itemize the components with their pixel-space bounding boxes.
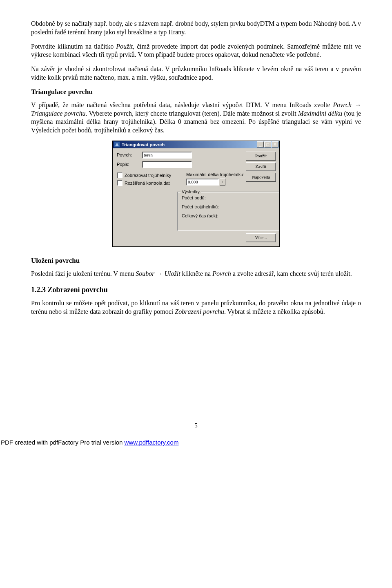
text: . Vyberete povrch, který chcete triangul… <box>85 110 298 117</box>
paragraph: V případě, že máte načtená všechna potře… <box>31 101 361 135</box>
results-fieldset: Výsledky Počet bodů: Počet trojúhelníků:… <box>177 192 279 231</box>
help-button[interactable]: Nápověda <box>246 173 276 182</box>
svg-marker-0 <box>116 143 118 146</box>
paragraph: Obdobně by se načítaly např. body, ale s… <box>31 20 361 37</box>
label-show-triangles: Zobrazovat trojúhelníky <box>125 173 171 178</box>
text-italic: Maximální délku <box>298 110 342 117</box>
text: V případě, že máte načtená všechna potře… <box>31 101 333 108</box>
label-triangle-count: Počet trojúhelníků: <box>182 204 276 209</box>
surface-input[interactable]: teren <box>142 152 192 159</box>
heading-1-2-3: 1.2.3 Zobrazení povrchu <box>31 286 361 294</box>
locate-button[interactable]: + <box>220 179 225 186</box>
minimize-icon[interactable]: _ <box>257 141 264 148</box>
text-italic: Zobrazení povrchu <box>175 308 224 315</box>
results-legend: Výsledky <box>180 189 201 194</box>
paragraph: Potvrdíte kliknutím na tlačítko Použít, … <box>31 42 361 60</box>
dialog-title: Triangulovat povrch <box>122 142 165 147</box>
footer-link[interactable]: www.pdffactory.com <box>125 439 179 446</box>
label-point-count: Počet bodů: <box>182 195 276 200</box>
text: Potvrdíte kliknutím na tlačítko <box>31 43 116 50</box>
description-input[interactable] <box>142 161 192 168</box>
label-max-length: Maximální délka trojúhelníku: <box>186 172 244 177</box>
text: Poslední fází je uložení terénu. V menu <box>31 270 136 277</box>
maximize-icon[interactable]: □ <box>264 141 271 148</box>
text-italic: Povrch <box>212 270 231 277</box>
label-extended-check: Rozšířená kontrola dat <box>125 181 170 186</box>
heading-save-surface: Uložení povrchu <box>31 257 361 265</box>
close-button[interactable]: Zavřít <box>246 162 276 171</box>
dialog-titlebar: Triangulovat povrch _ □ × <box>113 141 279 148</box>
text: klikněte na <box>180 270 213 277</box>
text: a zvolte adresář, kam chcete svůj terén … <box>231 270 352 277</box>
paragraph: Pro kontrolu se můžete opět podívat, po … <box>31 299 361 316</box>
footer-text: PDF created with pdfFactory Pro trial ve… <box>1 439 125 446</box>
text-italic: Soubor → Uložit <box>136 270 180 277</box>
label-description: Popis: <box>117 162 142 167</box>
heading-triangulation: Triangulace povrchu <box>31 88 361 96</box>
checkbox-extended-check[interactable] <box>117 180 122 186</box>
dialog-screenshot: Triangulovat povrch _ □ × Použít Zavřít … <box>31 141 361 247</box>
max-length-input[interactable]: 0.000 <box>186 179 219 186</box>
paragraph: Poslední fází je uložení terénu. V menu … <box>31 270 361 278</box>
text-italic: Použít <box>116 43 133 50</box>
paragraph: Na závěr je vhodné si zkontrolovat načte… <box>31 65 361 82</box>
use-button[interactable]: Použít <box>246 152 276 161</box>
dialog-triangulate-surface: Triangulovat povrch _ □ × Použít Zavřít … <box>112 141 280 247</box>
close-icon[interactable]: × <box>272 141 278 148</box>
checkbox-show-triangles[interactable] <box>117 172 122 178</box>
page-number: 5 <box>31 422 361 429</box>
more-button[interactable]: Více... <box>246 233 276 242</box>
text: . Vybrat si můžete z několika způsobů. <box>224 308 325 315</box>
label-surface: Povrch: <box>117 152 142 157</box>
app-icon <box>114 141 120 148</box>
label-total-time: Celkový čas (sek): <box>182 213 276 218</box>
pdf-footer: PDF created with pdfFactory Pro trial ve… <box>1 439 361 446</box>
